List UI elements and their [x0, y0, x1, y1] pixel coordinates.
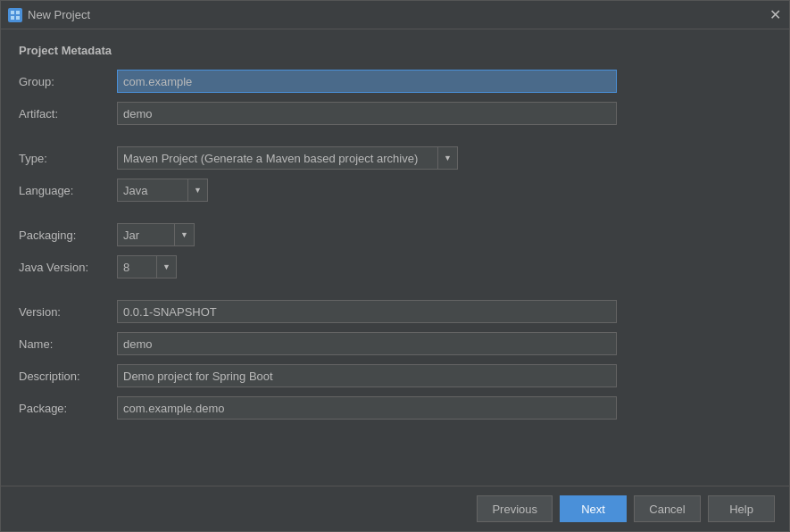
chevron-down-icon: ▼ [180, 230, 188, 239]
svg-rect-2 [11, 16, 14, 20]
java-version-label: Java Version: [19, 261, 117, 274]
svg-rect-3 [16, 16, 20, 20]
chevron-down-icon: ▼ [194, 186, 202, 195]
svg-rect-0 [11, 11, 14, 14]
group-row: Group: [19, 70, 771, 93]
name-input[interactable] [117, 332, 617, 355]
chevron-down-icon: ▼ [162, 262, 170, 271]
package-row: Package: [19, 396, 771, 420]
packaging-select-group: ▼ [117, 223, 195, 246]
java-version-row: Java Version: ▼ [19, 255, 771, 278]
titlebar: New Project ✕ [1, 1, 789, 29]
group-label: Group: [19, 75, 117, 88]
svg-rect-1 [16, 11, 20, 14]
packaging-label: Packaging: [19, 229, 117, 242]
group-input[interactable] [117, 70, 617, 93]
version-input[interactable] [117, 300, 617, 323]
description-label: Description: [19, 370, 117, 383]
language-dropdown-button[interactable]: ▼ [188, 179, 208, 202]
package-label: Package: [19, 402, 117, 415]
cancel-button[interactable]: Cancel [634, 495, 701, 522]
description-input[interactable] [117, 364, 617, 387]
name-label: Name: [19, 337, 117, 351]
package-input[interactable] [117, 396, 617, 420]
artifact-row: Artifact: [19, 102, 771, 125]
java-version-select-group: ▼ [117, 255, 177, 278]
next-button[interactable]: Next [560, 495, 627, 522]
name-row: Name: [19, 332, 771, 355]
packaging-dropdown-button[interactable]: ▼ [175, 223, 195, 246]
packaging-row: Packaging: ▼ [19, 223, 771, 246]
language-select-group: ▼ [117, 179, 208, 202]
language-input[interactable] [117, 179, 188, 202]
type-input[interactable] [117, 146, 438, 170]
type-row: Type: ▼ [19, 146, 771, 170]
type-select-group: ▼ [117, 146, 458, 170]
new-project-dialog: New Project ✕ Project Metadata Group: Ar… [0, 0, 790, 532]
section-title: Project Metadata [19, 44, 771, 57]
artifact-label: Artifact: [19, 107, 117, 121]
help-button[interactable]: Help [708, 495, 775, 522]
artifact-input[interactable] [117, 102, 617, 125]
type-dropdown-button[interactable]: ▼ [438, 146, 458, 170]
dialog-content: Project Metadata Group: Artifact: Type: … [1, 29, 789, 486]
description-row: Description: [19, 364, 771, 387]
java-version-input[interactable] [117, 255, 157, 278]
previous-button[interactable]: Previous [477, 495, 553, 522]
language-row: Language: ▼ [19, 179, 771, 202]
language-label: Language: [19, 184, 117, 197]
type-label: Type: [19, 152, 117, 165]
titlebar-title: New Project [28, 8, 768, 21]
close-button[interactable]: ✕ [768, 8, 782, 22]
dialog-footer: Previous Next Cancel Help [1, 486, 789, 531]
titlebar-icon [8, 8, 22, 22]
version-row: Version: [19, 300, 771, 323]
java-version-dropdown-button[interactable]: ▼ [157, 255, 177, 278]
version-label: Version: [19, 305, 117, 319]
packaging-input[interactable] [117, 223, 175, 246]
chevron-down-icon: ▼ [444, 154, 452, 162]
